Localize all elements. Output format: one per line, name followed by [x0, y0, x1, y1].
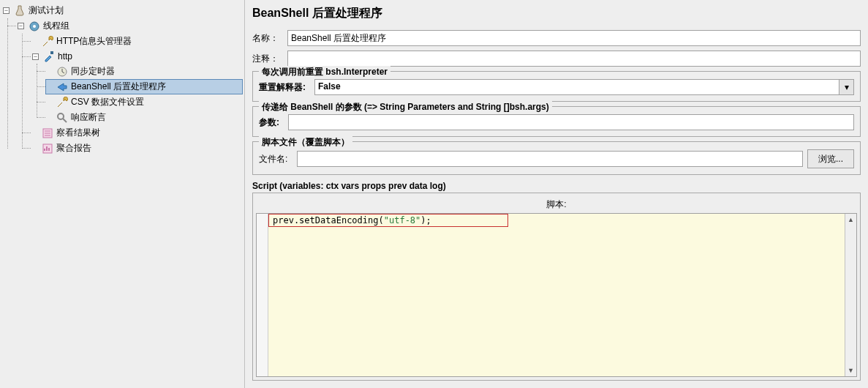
- tree-panel: − 测试计划 − 线程组: [0, 0, 245, 388]
- report-icon: [42, 143, 53, 154]
- comment-row: 注释：: [252, 51, 861, 67]
- tree-label: HTTP信息头管理器: [56, 35, 132, 48]
- main-panel: BeanShell 后置处理程序 名称： 注释： 每次调用前重置 bsh.Int…: [245, 0, 868, 388]
- arrow-icon: [56, 81, 68, 93]
- wrench-icon: [42, 36, 53, 48]
- tree-label: 同步定时器: [71, 65, 115, 78]
- panel-title: BeanShell 后置处理程序: [252, 4, 861, 26]
- tree-label: CSV 数据文件设置: [71, 96, 144, 108]
- code-close: );: [420, 215, 431, 225]
- tree-label: BeanShell 后置处理程序: [71, 81, 166, 93]
- flask-icon: [14, 5, 26, 17]
- script-label: Script (variables: ctx vars props prev d…: [252, 179, 861, 193]
- tree-label: 聚合报告: [56, 142, 91, 154]
- script-header: 脚本:: [256, 196, 857, 213]
- code-paren: (: [379, 215, 384, 225]
- gear-icon: [29, 20, 40, 32]
- tree-node-beanshell[interactable]: BeanShell 后置处理程序: [45, 79, 243, 94]
- file-input[interactable]: [297, 151, 803, 167]
- params-group-title: 传递给 BeanShell 的参数 (=> String Parameters …: [259, 101, 552, 113]
- tree-label: http: [58, 51, 72, 61]
- params-group: 传递给 BeanShell 的参数 (=> String Parameters …: [252, 106, 861, 137]
- tree-node-http-header[interactable]: HTTP信息头管理器: [31, 34, 243, 49]
- svg-point-1: [33, 25, 36, 28]
- toggle-icon[interactable]: −: [3, 7, 10, 14]
- name-row: 名称：: [252, 30, 861, 46]
- tree-node-sync-timer[interactable]: 同步定时器: [45, 64, 243, 79]
- pipette-icon: [43, 51, 55, 62]
- comment-input[interactable]: [287, 51, 861, 67]
- tree: − 测试计划 − 线程组: [1, 3, 243, 156]
- tree-label: 线程组: [43, 20, 69, 32]
- reset-group: 每次调用前重置 bsh.Interpreter 重置解释器: False ▾: [252, 71, 861, 102]
- toggle-icon[interactable]: −: [18, 23, 24, 29]
- tree-node-test-plan[interactable]: − 测试计划: [1, 3, 243, 18]
- scrollbar[interactable]: ▲ ▼: [845, 214, 856, 376]
- params-input[interactable]: [288, 114, 854, 130]
- script-editor[interactable]: prev.setDataEncoding("utf-8"); ▲ ▼: [256, 213, 857, 377]
- tree-label: 察看结果树: [56, 127, 100, 139]
- scriptfile-group: 脚本文件（覆盖脚本） 文件名: 浏览...: [252, 141, 861, 175]
- params-label: 参数:: [259, 116, 284, 129]
- gutter: [257, 214, 268, 376]
- name-label: 名称：: [252, 32, 283, 45]
- code-string: "utf-8": [384, 215, 421, 225]
- reset-label: 重置解释器:: [259, 81, 310, 94]
- scriptfile-group-title: 脚本文件（覆盖脚本）: [259, 136, 352, 149]
- tree-label: 响应断言: [71, 111, 106, 124]
- reset-value: False: [314, 79, 839, 95]
- chevron-down-icon[interactable]: ▾: [839, 79, 854, 95]
- tree-node-thread-group[interactable]: − 线程组: [16, 18, 243, 34]
- results-icon: [42, 127, 53, 139]
- toggle-icon[interactable]: −: [32, 53, 39, 60]
- scroll-up-icon[interactable]: ▲: [847, 215, 856, 224]
- svg-point-4: [58, 113, 64, 119]
- tree-node-result-tree[interactable]: 察看结果树: [31, 125, 243, 141]
- svg-rect-2: [50, 51, 53, 54]
- tree-node-http[interactable]: − http: [31, 49, 243, 64]
- script-code[interactable]: prev.setDataEncoding("utf-8");: [268, 214, 845, 376]
- comment-label: 注释：: [252, 53, 283, 65]
- scroll-down-icon[interactable]: ▼: [847, 366, 856, 375]
- script-group: Script (variables: ctx vars props prev d…: [252, 179, 861, 381]
- reset-dropdown[interactable]: False ▾: [314, 79, 854, 95]
- reset-group-title: 每次调用前重置 bsh.Interpreter: [259, 66, 390, 78]
- name-input[interactable]: [287, 30, 861, 46]
- tree-node-csv[interactable]: CSV 数据文件设置: [45, 94, 243, 110]
- tree-node-agg-report[interactable]: 聚合报告: [31, 141, 243, 156]
- tree-node-assert[interactable]: 响应断言: [45, 110, 243, 125]
- code-method: prev.setDataEncoding: [273, 215, 379, 225]
- clock-icon: [56, 66, 68, 78]
- wrench-icon: [56, 97, 68, 108]
- browse-button[interactable]: 浏览...: [807, 149, 854, 168]
- magnifier-icon: [56, 112, 68, 124]
- file-label: 文件名:: [259, 153, 293, 165]
- tree-label: 测试计划: [29, 4, 64, 17]
